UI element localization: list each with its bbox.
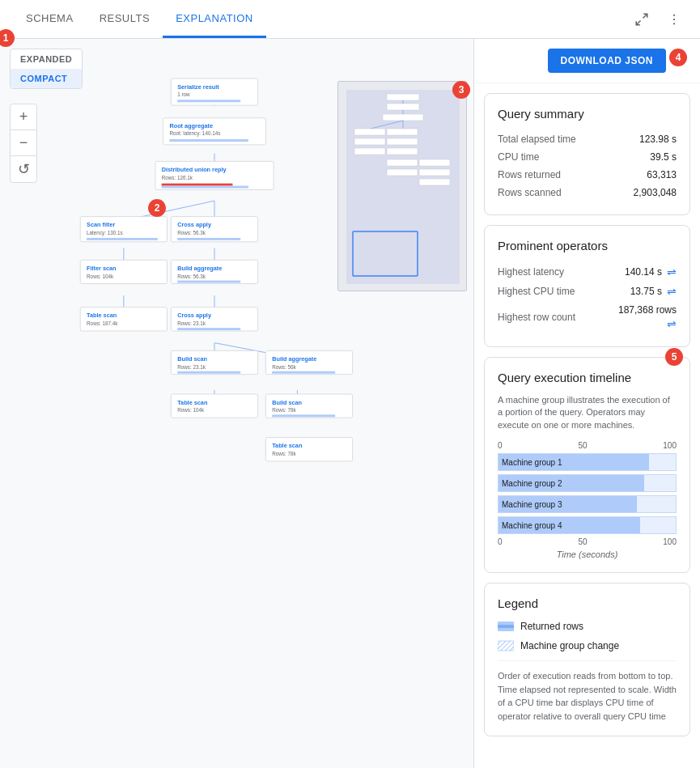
chart-bars: Machine group 1 Machine group 2 Machine … <box>498 453 677 534</box>
download-json-button[interactable]: DOWNLOAD JSON <box>548 49 667 73</box>
summary-row: Rows scanned 2,903,048 <box>498 184 677 202</box>
summary-label: Rows returned <box>498 169 561 180</box>
operator-label: Highest row count <box>498 312 575 323</box>
operator-row: Highest latency 140.14 s ⇌ <box>498 262 677 282</box>
svg-rect-46 <box>177 281 240 283</box>
right-panel: DOWNLOAD JSON 4 Query summary Total elap… <box>473 39 700 768</box>
svg-text:Rows: 104k: Rows: 104k <box>87 274 114 279</box>
timeline-card: Query execution timeline A machine group… <box>484 357 690 573</box>
bar-machine-group-3[interactable]: Machine group 3 <box>498 495 677 513</box>
summary-rows: Total elapsed time 123.98 s CPU time 39.… <box>498 130 677 202</box>
view-toggle: EXPANDED COMPACT <box>10 49 83 89</box>
svg-text:Rows: 126.1k: Rows: 126.1k <box>162 175 193 180</box>
legend-note: Order of execution reads from bottom to … <box>498 660 677 723</box>
zoom-controls: + − ↺ <box>10 104 37 183</box>
svg-text:Rows: 56.3k: Rows: 56.3k <box>177 230 206 235</box>
link-icon-1[interactable]: ⇌ <box>667 285 677 298</box>
operator-row: Highest row count 187,368 rows ⇌ <box>498 301 677 333</box>
svg-text:Table scan: Table scan <box>177 399 207 406</box>
left-panel: EXPANDED COMPACT + − ↺ 2 <box>0 39 473 768</box>
svg-line-1 <box>636 20 640 24</box>
main-content: EXPANDED COMPACT + − ↺ 2 <box>0 39 700 768</box>
legend-label-returned-rows: Returned rows <box>520 621 583 632</box>
tab-results[interactable]: RESULTS <box>87 0 163 38</box>
svg-text:Build aggregate: Build aggregate <box>177 265 222 272</box>
zoom-out-btn[interactable]: − <box>11 130 36 156</box>
svg-text:Latency: 130.1s: Latency: 130.1s <box>87 230 123 236</box>
svg-text:Rows: 56k: Rows: 56k <box>272 364 296 370</box>
svg-rect-39 <box>177 238 240 240</box>
svg-text:Build scan: Build scan <box>272 399 302 406</box>
svg-rect-81 <box>354 138 385 145</box>
operator-value: 187,368 rows <box>618 304 677 316</box>
bar-machine-group-4[interactable]: Machine group 4 <box>498 516 677 534</box>
svg-text:Build aggregate: Build aggregate <box>272 355 316 363</box>
bar-label-3: Machine group 3 <box>502 500 562 509</box>
chart-area: 0 50 100 Machine group 1 Machine group 2 <box>498 441 677 559</box>
svg-rect-35 <box>87 238 158 240</box>
prominent-operators-title: Prominent operators <box>498 239 677 252</box>
svg-text:Rows: 104k: Rows: 104k <box>177 407 205 413</box>
svg-text:Rows: 78k: Rows: 78k <box>272 407 296 413</box>
minimap[interactable] <box>337 81 467 291</box>
step-4: 4 <box>669 49 687 66</box>
svg-rect-85 <box>387 159 418 166</box>
summary-value: 39.5 s <box>650 151 677 163</box>
timeline-description: A machine group illustrates the executio… <box>498 394 677 431</box>
step-5: 5 <box>665 348 683 366</box>
svg-point-3 <box>673 18 675 19</box>
svg-text:Rows: 78k: Rows: 78k <box>272 451 296 456</box>
svg-text:Rows: 23.1k: Rows: 23.1k <box>177 364 206 370</box>
svg-text:Filter scan: Filter scan <box>87 265 117 272</box>
chart-top-axis: 0 50 100 <box>498 441 677 450</box>
summary-value: 123.98 s <box>639 134 677 145</box>
svg-rect-61 <box>272 371 335 374</box>
link-icon-2[interactable]: ⇌ <box>667 317 677 330</box>
svg-rect-84 <box>387 148 418 155</box>
machine-group-change-swatch <box>498 639 514 652</box>
step-3: 3 <box>452 81 470 99</box>
prominent-operators-card: Prominent operators Highest latency 140.… <box>484 225 690 347</box>
summary-row: Total elapsed time 123.98 s <box>498 130 677 148</box>
bar-label-2: Machine group 2 <box>502 479 562 488</box>
fullscreen-icon[interactable] <box>629 6 655 32</box>
svg-line-0 <box>643 14 647 18</box>
operator-value: 13.75 s ⇌ <box>630 285 677 298</box>
svg-text:Root: latency: 140.14s: Root: latency: 140.14s <box>169 130 220 137</box>
summary-value: 63,313 <box>647 169 677 180</box>
svg-rect-87 <box>387 169 418 176</box>
bar-label-1: Machine group 1 <box>502 458 562 467</box>
timeline-title: Query execution timeline <box>498 371 677 384</box>
tab-schema[interactable]: SCHEMA <box>13 0 87 38</box>
svg-point-2 <box>673 14 675 15</box>
svg-text:Root aggregate: Root aggregate <box>169 122 213 129</box>
summary-row: CPU time 39.5 s <box>498 148 677 166</box>
chart-bottom-axis: 0 50 100 <box>498 537 677 546</box>
svg-text:Table scan: Table scan <box>272 442 302 449</box>
bar-machine-group-2[interactable]: Machine group 2 <box>498 474 677 492</box>
svg-rect-96 <box>498 641 514 651</box>
svg-rect-31 <box>162 186 248 189</box>
svg-rect-88 <box>419 169 450 176</box>
operator-row: Highest CPU time 13.75 s ⇌ <box>498 282 677 301</box>
summary-value: 2,903,048 <box>634 187 677 198</box>
tab-explanation[interactable]: EXPLANATION <box>163 0 266 38</box>
query-summary-card: Query summary Total elapsed time 123.98 … <box>484 93 690 215</box>
expanded-btn[interactable]: EXPANDED <box>11 49 82 69</box>
zoom-reset-btn[interactable]: ↺ <box>11 156 36 182</box>
svg-text:Table scan: Table scan <box>87 312 117 319</box>
summary-row: Rows returned 63,313 <box>498 166 677 184</box>
svg-text:Rows: 187.4k: Rows: 187.4k <box>87 320 118 326</box>
svg-text:Serialize result: Serialize result <box>177 83 219 91</box>
summary-label: Rows scanned <box>498 187 562 198</box>
returned-rows-swatch <box>498 620 514 633</box>
svg-point-4 <box>673 23 675 24</box>
compact-btn[interactable]: COMPACT <box>11 69 82 88</box>
link-icon-0[interactable]: ⇌ <box>667 265 677 278</box>
zoom-in-btn[interactable]: + <box>11 104 36 130</box>
legend-card: Legend Returned rows <box>484 583 690 736</box>
svg-rect-57 <box>177 371 240 374</box>
legend-item-returned-rows: Returned rows <box>498 620 677 633</box>
more-menu-icon[interactable] <box>661 6 687 32</box>
bar-machine-group-1[interactable]: Machine group 1 <box>498 453 677 471</box>
